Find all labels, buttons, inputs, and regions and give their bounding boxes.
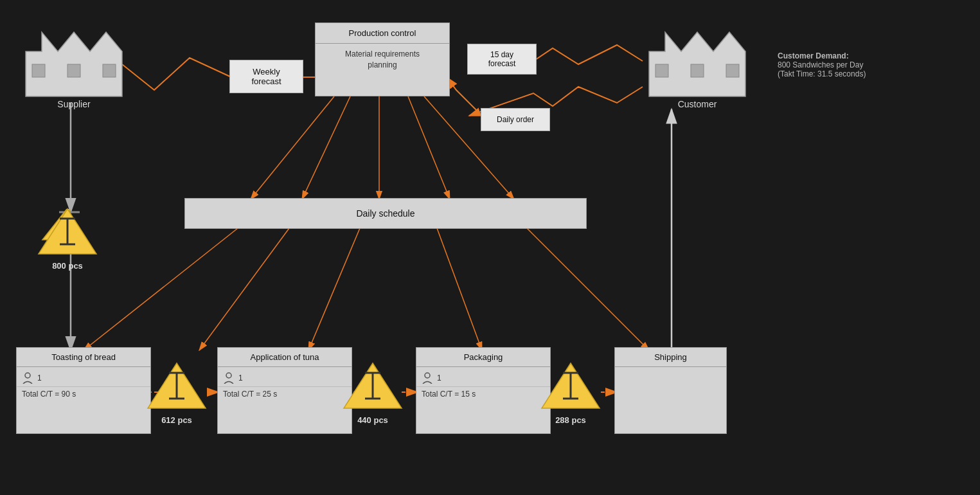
svg-rect-30 [691, 64, 704, 77]
customer-demand: Customer Demand: 800 Sandwiches per Day … [778, 51, 958, 78]
svg-point-45 [226, 373, 231, 378]
customer-demand-line2: (Takt Time: 31.5 seconds) [778, 69, 958, 78]
toasting-operator: 1 [17, 367, 150, 386]
shipping-title: Shipping [615, 348, 726, 367]
customer-demand-title: Customer Demand: [778, 51, 958, 60]
inventory-triangle-612: 612 pcs [145, 360, 209, 411]
svg-point-40 [25, 373, 30, 378]
svg-rect-27 [103, 64, 116, 77]
svg-line-14 [251, 96, 334, 199]
packaging-box: Packaging 1 Total C/T = 15 s [416, 347, 551, 434]
forecast-15day-box: 15 dayforecast [467, 44, 537, 75]
svg-line-21 [308, 228, 360, 350]
tuna-operator: 1 [218, 367, 352, 386]
daily-schedule-label: Daily schedule [356, 208, 414, 219]
inventory-supplier-label: 800 pcs [35, 261, 100, 271]
shipping-body [615, 367, 726, 375]
inventory-triangle-288: 288 pcs [539, 360, 603, 411]
svg-rect-25 [32, 64, 45, 77]
toasting-title: Toasting of bread [17, 348, 150, 367]
weekly-forecast-box: Weekly forecast [229, 60, 303, 93]
svg-line-17 [408, 96, 450, 199]
production-control-title: Production control [316, 23, 449, 44]
svg-rect-31 [726, 64, 739, 77]
svg-line-15 [302, 96, 350, 199]
packaging-ct: Total C/T = 15 s [416, 386, 550, 403]
diagram: Supplier Customer Production control Mat… [0, 0, 980, 495]
customer-icon: Customer [643, 19, 752, 103]
svg-line-23 [527, 228, 649, 350]
toasting-box: Toasting of bread 1 Total C/T = 90 s [16, 347, 151, 434]
inventory-288-label: 288 pcs [539, 415, 603, 425]
svg-rect-26 [67, 64, 80, 77]
inventory-612-label: 612 pcs [145, 415, 209, 425]
shipping-box: Shipping [614, 347, 727, 434]
inventory-triangle-440: 440 pcs [341, 360, 405, 411]
packaging-title: Packaging [416, 348, 550, 367]
tuna-box: Application of tuna 1 Total C/T = 25 s [217, 347, 352, 434]
svg-point-50 [425, 373, 430, 378]
toasting-ct: Total C/T = 90 s [17, 386, 150, 403]
packaging-operator: 1 [416, 367, 550, 386]
svg-line-22 [437, 228, 482, 350]
daily-order-box: Daily order [481, 108, 550, 131]
weekly-forecast-label: Weekly forecast [251, 67, 281, 86]
tuna-title: Application of tuna [218, 348, 352, 367]
daily-order-label: Daily order [497, 115, 534, 124]
tuna-ct: Total C/T = 25 s [218, 386, 352, 403]
svg-line-20 [199, 228, 289, 350]
svg-rect-29 [655, 64, 668, 77]
daily-schedule-box: Daily schedule [184, 198, 587, 229]
inventory-440-label: 440 pcs [341, 415, 405, 425]
inventory-triangle-supplier: 800 pcs [35, 206, 100, 257]
customer-demand-line1: 800 Sandwiches per Day [778, 60, 958, 69]
production-control-subtitle: Material requirementsplanning [316, 44, 449, 76]
svg-line-19 [84, 228, 238, 350]
production-control-box: Production control Material requirements… [315, 22, 450, 96]
supplier-icon: Supplier [19, 19, 129, 103]
forecast-15day-label: 15 dayforecast [488, 50, 516, 68]
